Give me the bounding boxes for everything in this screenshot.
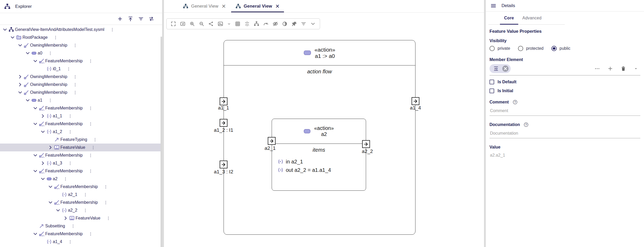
diagram-canvas[interactable]: = = «action» a1 :> a0 action flow [164,13,484,247]
visibility-radio-private[interactable]: private [489,46,510,51]
item-in[interactable]: in a2_1 [272,157,366,166]
checkbox-is-initial[interactable]: Is Initial [489,89,640,93]
filter-icon[interactable] [138,15,144,22]
more-actions-icon[interactable] [104,185,108,189]
tree-item-a0[interactable]: a0 [0,49,162,57]
hide-element-icon[interactable] [271,21,280,27]
chevron-down-icon[interactable] [9,35,16,40]
more-actions-icon[interactable] [68,240,72,244]
visibility-radio-public[interactable]: public [551,46,571,51]
snap-lines-icon[interactable] [242,21,252,27]
help-icon[interactable]: ? [523,122,529,128]
port-a2_1[interactable] [268,137,276,145]
tree-item-a2-1[interactable]: a2_1 [0,191,162,199]
fit-to-screen-icon[interactable] [178,21,187,27]
zoom-out-icon[interactable] [197,21,206,27]
chevron-down-icon[interactable] [47,184,54,190]
more-actions-icon[interactable] [68,114,72,118]
delete-member-icon[interactable] [620,65,627,72]
chevron-right-icon[interactable] [17,82,23,87]
tree-item-featuremembership[interactable]: «F»FeatureMembership [0,199,162,206]
more-actions-icon[interactable] [88,106,93,111]
tree-item-featuremembership[interactable]: «F»FeatureMembership [0,57,162,65]
tree-item-rootpackage[interactable]: RootPackage [0,34,162,41]
chevron-down-icon[interactable] [2,27,8,32]
more-actions-icon[interactable] [106,216,111,221]
menu-icon[interactable] [490,2,497,9]
panel-resize-handle-left[interactable] [162,0,164,247]
sync-arrows-icon[interactable] [148,15,155,22]
tree-item-a1-3[interactable]: a1_3 [0,159,162,167]
more-actions-icon[interactable] [83,208,88,213]
chevron-right-icon[interactable] [40,113,46,119]
visibility-radio-protected[interactable]: protected [518,46,544,51]
checkbox-icon[interactable] [489,89,494,93]
chevron-down-icon[interactable] [32,152,38,158]
radio-unselected-icon[interactable] [518,46,523,51]
explorer-scrollbar[interactable] [161,37,162,247]
tree-item-a2-2[interactable]: a2_2 [0,206,162,214]
filter-elements-icon[interactable] [299,21,308,27]
more-actions-icon[interactable] [110,28,115,32]
tree-item-owningmembership[interactable]: OwningMembership [0,81,162,89]
action-node-a2-header[interactable]: «action» a2 [272,119,366,144]
arrange-all-icon[interactable] [252,21,261,27]
tree-item-i0-1[interactable]: i0_1 [0,65,162,73]
chevron-down-icon[interactable] [32,121,38,127]
tree-item-owningmembership[interactable]: OwningMembership [0,73,162,81]
member-element-chip[interactable]: x/y [489,64,511,73]
details-tab-core[interactable]: Core [500,12,518,24]
expand-toolbar-icon[interactable] [308,21,318,27]
more-actions-icon[interactable] [73,43,77,48]
chevron-right-icon[interactable] [47,145,54,150]
tree-item-featuremembership[interactable]: «F»FeatureMembership [0,151,162,159]
fade-element-icon[interactable] [280,21,289,27]
member-dropdown-caret-icon[interactable] [633,66,639,72]
port-a1_1[interactable] [220,97,227,105]
zoom-in-icon[interactable] [187,21,197,27]
more-actions-icon[interactable] [88,59,93,63]
tree-item-featuremembership[interactable]: «F»FeatureMembership [0,104,162,112]
radio-unselected-icon[interactable] [489,46,495,51]
tree-item-featurevalue[interactable]: FeatureValue [0,214,162,222]
port-a1_4[interactable] [412,97,419,105]
more-actions-icon[interactable] [63,177,68,181]
tree-item-generalview-itemandattributesmodeltest-sysml[interactable]: GeneralView-ItemAndAttributesModelTest.s… [0,26,162,34]
action-node-a1-header[interactable]: «action» a1 :> a0 [224,40,415,65]
export-image-icon[interactable] [216,21,225,27]
chevron-down-icon[interactable] [17,42,23,48]
more-actions-icon[interactable] [66,67,71,71]
chevron-down-icon[interactable] [25,50,31,56]
checkbox-is-default[interactable]: Is Default [489,80,640,84]
chevron-down-icon[interactable] [25,97,31,103]
chip-remove-icon[interactable] [501,65,509,73]
more-actions-icon[interactable] [93,138,97,142]
fullscreen-icon[interactable] [169,21,178,27]
more-actions-icon[interactable] [48,98,53,103]
checkbox-icon[interactable] [489,80,494,84]
tree-item-a1-4[interactable]: a1_4 [0,238,162,246]
tree-item-a2[interactable]: a2 [0,175,162,183]
add-icon[interactable] [117,15,123,22]
more-actions-icon[interactable] [73,83,77,87]
chevron-down-icon[interactable] [47,200,54,205]
more-actions-icon[interactable] [68,161,72,166]
tree-item-featuretyping[interactable]: FeatureTyping [0,136,162,144]
upload-icon[interactable] [127,15,134,22]
chevron-down-icon[interactable] [32,105,38,111]
more-actions-icon[interactable] [68,130,72,134]
chevron-down-icon[interactable] [40,176,46,182]
tree-item-owningmembership[interactable]: OwningMembership [0,89,162,96]
port-a2_2[interactable] [362,140,370,148]
tree-item-featuremembership[interactable]: «F»FeatureMembership [0,167,162,175]
chevron-right-icon[interactable] [17,74,23,80]
close-tab-icon[interactable]: ✕ [275,4,280,9]
more-actions-icon[interactable] [48,51,53,56]
more-actions-icon[interactable] [88,232,93,236]
panel-resize-handle-right[interactable] [484,0,486,247]
more-actions-icon[interactable] [71,224,75,228]
share-icon[interactable] [206,21,216,27]
tree-item-subsetting[interactable]: Subsetting [0,222,162,230]
more-actions-icon[interactable] [88,169,93,173]
tree-item-a1-1[interactable]: a1_1 [0,112,162,120]
